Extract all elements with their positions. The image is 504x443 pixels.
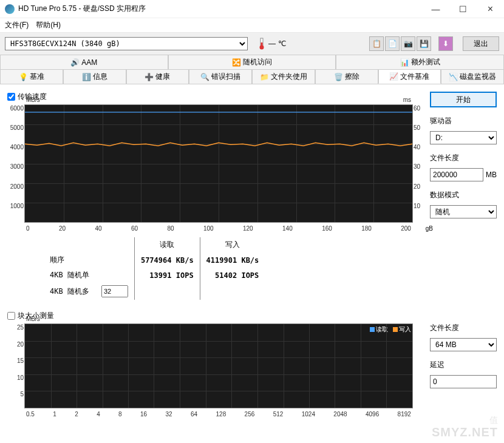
bulb-icon: 💡	[19, 73, 27, 81]
drive-label: 驱动器	[430, 116, 497, 126]
transfer-speed-checkbox[interactable]	[7, 93, 15, 101]
chart2-y-unit: MB/s	[26, 316, 40, 322]
tab-info[interactable]: ℹ️信息	[63, 69, 126, 84]
screenshot-icon[interactable]: 📷	[401, 36, 415, 51]
drive-select[interactable]: HFS3T8GECVX124N (3840 gB)	[5, 37, 248, 50]
transfer-speed-chart: MB/s ms 600050004000300020001000 6050403…	[24, 104, 413, 223]
filelen-unit: MB	[486, 171, 497, 179]
chart2-grid	[25, 324, 412, 408]
chart1-y-unit: MB/s	[26, 96, 40, 103]
rnd-single-read: 13991 IOPS	[134, 268, 200, 283]
scan-icon: 🔍	[200, 73, 209, 81]
health-icon: ➕	[145, 73, 153, 81]
save-icon[interactable]: 💾	[417, 36, 431, 51]
datamode-select[interactable]: 随机	[430, 205, 497, 218]
seq-read: 5774964 KB/s	[134, 252, 200, 268]
rnd-multi-label: 4KB 随机多	[44, 283, 95, 300]
thermometer-icon	[257, 38, 266, 50]
delay-label: 延迟	[430, 360, 497, 370]
toolbar: HFS3T8GECVX124N (3840 gB) — ℃ 📋 📄 📷 💾 ⬇ …	[0, 33, 504, 55]
chart1-y-axis: 600050004000300020001000	[8, 105, 24, 222]
chart1-x-axis: 020406080100120140160180200	[25, 225, 412, 232]
chart1-y2-axis: 605040302010	[414, 105, 426, 222]
tab-folder-usage[interactable]: 📁文件夹使用	[252, 69, 315, 84]
rnd-single-label: 4KB 随机单	[44, 268, 95, 283]
chart1-y2-unit: ms	[403, 96, 411, 103]
speaker-icon: 🔊	[70, 58, 79, 67]
datamode-label: 数据模式	[430, 190, 497, 200]
filelen-input[interactable]	[430, 168, 483, 181]
filelen2-label: 文件长度	[430, 323, 497, 333]
read-header: 读取	[134, 237, 200, 252]
delay-input[interactable]	[430, 375, 497, 388]
block-size-chart: MB/s 252015105 读取 写入 0.51248163264128256…	[24, 323, 413, 408]
tab-benchmark[interactable]: 💡基准	[0, 69, 63, 84]
menu-file[interactable]: 文件(F)	[5, 20, 29, 30]
main-area: 传输速度 MB/s ms 600050004000300020001000 60…	[7, 89, 425, 408]
drive-letter-select[interactable]: D:	[430, 131, 497, 144]
tab-random-access[interactable]: 🔀随机访问	[168, 55, 336, 69]
seq-label: 顺序	[44, 252, 95, 268]
filelen-label: 文件长度	[430, 153, 497, 163]
tab-extra-tests[interactable]: 📊额外测试	[336, 55, 504, 69]
menu-help[interactable]: 帮助(H)	[36, 20, 61, 30]
tab-erase[interactable]: 🗑️擦除	[315, 69, 378, 84]
monitor-icon: 📉	[449, 73, 457, 81]
tab-aam[interactable]: 🔊AAM	[0, 55, 168, 69]
close-button[interactable]: ×	[477, 0, 504, 18]
filelen2-select[interactable]: 64 MB	[430, 338, 497, 351]
copy-info-icon[interactable]: 📋	[369, 36, 384, 51]
chart2-x-axis: 0.512481632641282565121024204840968192	[25, 411, 412, 418]
exit-button[interactable]: 退出	[463, 36, 499, 51]
temperature-indicator: — ℃	[257, 38, 286, 50]
erase-icon: 🗑️	[334, 73, 342, 81]
watermark-text: SMYZ.NET	[432, 425, 498, 439]
tab-file-benchmark[interactable]: 📈文件基准	[378, 69, 441, 84]
minimize-button[interactable]: —	[422, 0, 449, 18]
chart2-y-axis: 252015105	[8, 324, 24, 408]
write-header: 写入	[200, 237, 265, 252]
app-icon	[5, 4, 15, 14]
block-size-checkbox[interactable]	[7, 312, 15, 320]
file-bench-icon: 📈	[389, 72, 398, 81]
temp-dash: —	[268, 39, 276, 48]
random-icon: 🔀	[232, 58, 240, 67]
titlebar: HD Tune Pro 5.75 - 硬盘/SSD 实用程序 — ☐ ×	[0, 0, 504, 18]
tab-error-scan[interactable]: 🔍错误扫描	[189, 69, 252, 84]
tabs: 🔊AAM 🔀随机访问 📊额外测试 💡基准 ℹ️信息 ➕健康 🔍错误扫描 📁文件夹…	[0, 55, 504, 84]
rnd-multi-threads[interactable]	[101, 285, 128, 297]
tab-disk-monitor[interactable]: 📉磁盘监视器	[441, 69, 504, 84]
chart1-traces	[25, 105, 412, 222]
content: 传输速度 MB/s ms 600050004000300020001000 60…	[0, 84, 504, 413]
copy-screenshot-icon[interactable]: 📄	[385, 36, 400, 51]
tab-health[interactable]: ➕健康	[126, 69, 189, 84]
side-panel: 开始 驱动器 D: 文件长度 MB 数据模式 随机 文件长度 64 MB 延迟	[430, 89, 497, 408]
temp-unit: ℃	[278, 39, 286, 48]
seq-write: 4119901 KB/s	[200, 252, 265, 268]
window-title: HD Tune Pro 5.75 - 硬盘/SSD 实用程序	[18, 4, 422, 14]
folder-icon: 📁	[260, 73, 268, 81]
svg-rect-2	[261, 42, 263, 47]
extra-icon: 📊	[400, 58, 409, 67]
maximize-button[interactable]: ☐	[449, 0, 477, 18]
options-icon[interactable]: ⬇	[438, 36, 453, 51]
start-button[interactable]: 开始	[430, 92, 497, 107]
info-icon: ℹ️	[82, 73, 90, 81]
chart1-x-unit: gB	[426, 225, 433, 232]
results-table: 读取写入 顺序5774964 KB/s4119901 KB/s 4KB 随机单1…	[44, 237, 265, 300]
menubar: 文件(F) 帮助(H)	[0, 18, 504, 33]
watermark-icon: 值	[489, 415, 498, 426]
rnd-single-write: 51402 IOPS	[200, 268, 265, 283]
